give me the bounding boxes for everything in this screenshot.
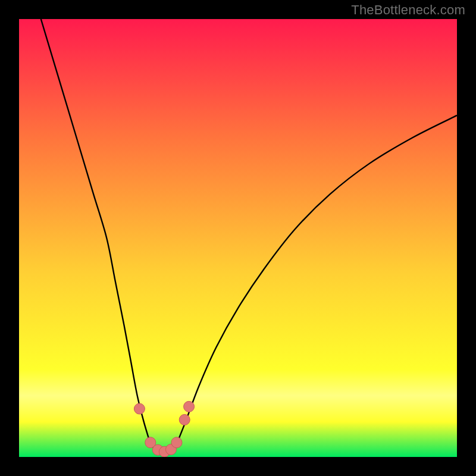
bottleneck-curve-left (41, 19, 151, 444)
trough-marker (184, 401, 195, 412)
trough-marker (179, 414, 190, 425)
trough-marker (171, 437, 182, 448)
chart-frame: TheBottleneck.com (0, 0, 476, 476)
trough-markers (134, 401, 194, 457)
watermark-label: TheBottleneck.com (351, 2, 465, 18)
bottleneck-curve-right (177, 115, 457, 444)
curves-layer (19, 19, 457, 457)
plot-area (19, 19, 457, 457)
trough-marker (134, 403, 145, 414)
